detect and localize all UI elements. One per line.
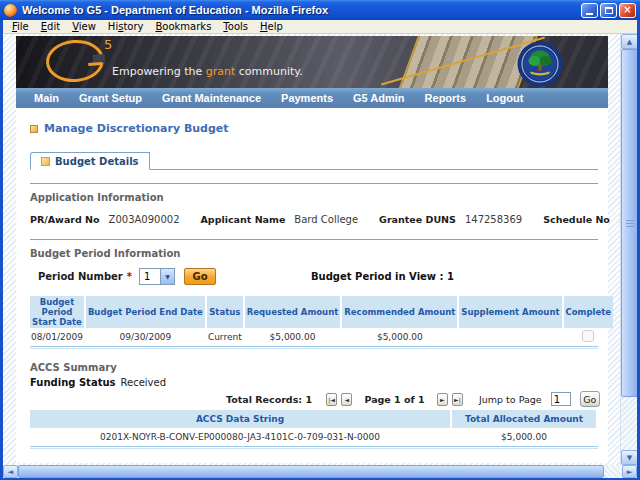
- tab-bullet-icon: [41, 157, 50, 166]
- nav-item-reports[interactable]: Reports: [415, 92, 477, 104]
- pr-award-no-value: Z003A090002: [109, 214, 180, 225]
- budget-table-row: 08/01/2009 09/30/2009 Current $5,000.00 …: [30, 328, 613, 346]
- col-recommended-amount: Recommended Amount: [342, 296, 457, 328]
- menu-item-file[interactable]: File: [6, 21, 35, 32]
- applicant-name-value: Bard College: [294, 214, 358, 225]
- cell-total-allocated-amount: $5,000.00: [452, 428, 596, 446]
- menu-item-tools[interactable]: Tools: [217, 21, 254, 32]
- schedule-no-label: Schedule No: [543, 214, 610, 225]
- tab-strip: Budget Details: [30, 153, 598, 170]
- page-content: 5 Empowering the grant community. Ma: [16, 36, 608, 463]
- tab-budget-details[interactable]: Budget Details: [30, 152, 150, 170]
- nav-item-g5-admin[interactable]: G5 Admin: [343, 92, 415, 104]
- scroll-left-icon: ◄: [8, 468, 13, 476]
- scroll-left-button[interactable]: ◄: [3, 465, 18, 478]
- first-page-button[interactable]: |◄: [326, 393, 337, 406]
- cell-supplement-amount: [459, 328, 561, 346]
- budget-period-in-view: Budget Period in View : 1: [311, 271, 454, 282]
- minimize-button[interactable]: [581, 3, 598, 18]
- cell-accs-data-string: 0201X-NOYR-B-CONV-EP000080-JA3-4101C-0-7…: [30, 428, 450, 446]
- menu-item-bookmarks[interactable]: Bookmarks: [149, 21, 217, 32]
- complete-checkbox[interactable]: [582, 330, 594, 342]
- col-supplement-amount: Supplement Amount: [459, 296, 561, 328]
- period-number-label: Period Number: [38, 271, 123, 282]
- menu-item-history[interactable]: History: [102, 21, 150, 32]
- budget-period-heading: Budget Period Information: [30, 248, 600, 259]
- col-accs-data-string: ACCS Data String: [30, 410, 450, 428]
- cell-complete: [564, 328, 614, 346]
- vertical-scrollbar[interactable]: ▲ ▼: [620, 34, 637, 465]
- budget-period-table: Budget Period Start Date Budget Period E…: [28, 296, 615, 346]
- menu-item-view[interactable]: View: [66, 21, 102, 32]
- next-page-icon: ►: [440, 396, 445, 403]
- nav-item-grant-setup[interactable]: Grant Setup: [69, 92, 152, 104]
- close-button[interactable]: ×: [619, 3, 636, 18]
- scroll-down-button[interactable]: ▼: [621, 450, 637, 465]
- funding-status-row: Funding Status Received: [30, 377, 600, 388]
- cell-start-date: 08/01/2009: [30, 328, 84, 346]
- bullet-square-icon: [30, 125, 38, 133]
- period-number-row: Period Number * 1 ▼ Go Budget Period in …: [30, 268, 600, 285]
- period-number-select[interactable]: 1 ▼: [139, 268, 175, 285]
- col-total-allocated-amount: Total Allocated Amount: [452, 410, 596, 428]
- menu-item-edit[interactable]: Edit: [35, 21, 66, 32]
- accs-table-row: 0201X-NOYR-B-CONV-EP000080-JA3-4101C-0-7…: [30, 428, 596, 446]
- nav-item-main[interactable]: Main: [24, 92, 69, 104]
- window-title: Welcome to G5 - Department of Education …: [22, 4, 581, 16]
- accs-table: ACCS Data String Total Allocated Amount …: [28, 410, 598, 446]
- jump-to-page-input[interactable]: [551, 392, 571, 406]
- col-budget-period-start-date: Budget Period Start Date: [30, 296, 84, 328]
- cell-recommended-amount: $5,000.00: [342, 328, 457, 346]
- browser-viewport: 5 Empowering the grant community. Ma: [3, 34, 637, 478]
- nav-item-logout[interactable]: Logout: [476, 92, 533, 104]
- cell-requested-amount: $5,000.00: [245, 328, 341, 346]
- accs-table-header-row: ACCS Data String Total Allocated Amount: [30, 410, 596, 428]
- horizontal-scrollbar[interactable]: ◄ ►: [3, 465, 637, 478]
- chevron-down-icon[interactable]: ▼: [160, 269, 174, 284]
- accs-summary-heading: ACCS Summary: [30, 362, 600, 373]
- funding-status-value: Received: [121, 377, 167, 388]
- scroll-up-button[interactable]: ▲: [621, 34, 637, 49]
- close-icon: ×: [623, 5, 631, 15]
- pr-award-no-label: PR/Award No: [30, 214, 100, 225]
- application-information-fields: PR/Award No Z003A090002 Applicant Name B…: [30, 214, 600, 225]
- menu-item-help[interactable]: Help: [254, 21, 289, 32]
- scroll-right-icon: ►: [627, 468, 632, 476]
- col-requested-amount: Requested Amount: [245, 296, 341, 328]
- budget-table-footer-lines: [30, 346, 598, 349]
- firefox-icon: [4, 4, 17, 17]
- previous-page-button[interactable]: ◄: [341, 393, 352, 406]
- grantee-duns-label: Grantee DUNS: [379, 214, 456, 225]
- total-records: Total Records: 1: [226, 394, 312, 405]
- vertical-scroll-thumb[interactable]: [621, 49, 637, 397]
- previous-page-icon: ◄: [345, 396, 350, 403]
- funding-status-label: Funding Status: [30, 377, 116, 388]
- nav-item-payments[interactable]: Payments: [271, 92, 343, 104]
- nav-item-grant-maintenance[interactable]: Grant Maintenance: [152, 92, 271, 104]
- scroll-right-button[interactable]: ►: [622, 465, 637, 478]
- required-marker: *: [127, 271, 132, 282]
- minimize-icon: [586, 13, 593, 15]
- g5-banner: 5 Empowering the grant community.: [16, 36, 608, 88]
- period-number-selected-value: 1: [140, 269, 160, 284]
- maximize-icon: [605, 7, 613, 14]
- jump-to-page-label: Jump to Page: [479, 394, 542, 405]
- section-divider: [30, 239, 598, 240]
- next-page-button[interactable]: ►: [437, 393, 448, 406]
- maximize-button[interactable]: [600, 3, 617, 18]
- applicant-name-label: Applicant Name: [201, 214, 286, 225]
- last-page-button[interactable]: ►|: [452, 393, 463, 406]
- g5-logo-number: 5: [104, 37, 112, 52]
- browser-window: Welcome to G5 - Department of Education …: [0, 0, 640, 480]
- page-title: Manage Discretionary Budget: [30, 122, 600, 135]
- menu-bar: FileEditViewHistoryBookmarksToolsHelp: [3, 20, 637, 34]
- col-budget-period-end-date: Budget Period End Date: [86, 296, 205, 328]
- horizontal-scroll-thumb[interactable]: [18, 465, 604, 478]
- scroll-up-icon: ▲: [627, 38, 632, 46]
- jump-go-button[interactable]: Go: [580, 391, 600, 407]
- title-bar: Welcome to G5 - Department of Education …: [0, 0, 640, 20]
- first-page-icon: |◄: [328, 396, 335, 403]
- period-go-button[interactable]: Go: [184, 268, 216, 285]
- tagline-highlight: grant: [206, 65, 236, 78]
- main-nav-bar: Main Grant Setup Grant Maintenance Payme…: [16, 88, 608, 108]
